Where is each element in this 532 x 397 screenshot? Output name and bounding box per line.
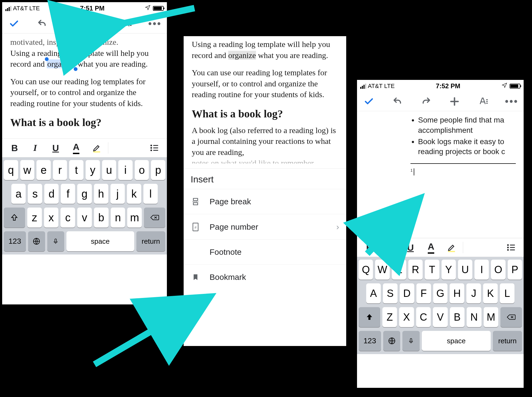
done-check-button[interactable] <box>7 17 21 31</box>
insert-bookmark[interactable]: Bookmark <box>184 264 346 290</box>
backspace-key[interactable] <box>500 307 522 327</box>
underline-button[interactable]: U <box>400 240 421 255</box>
key-n[interactable]: N <box>467 307 482 327</box>
key-h[interactable]: h <box>94 184 108 204</box>
key-a[interactable]: A <box>366 283 381 303</box>
key-q[interactable]: Q <box>359 260 373 280</box>
key-j[interactable]: J <box>466 283 481 303</box>
selected-text[interactable]: organize <box>47 59 76 68</box>
key-h[interactable]: H <box>450 283 464 303</box>
globe-key[interactable] <box>28 231 45 251</box>
key-w[interactable]: w <box>20 160 35 180</box>
key-v[interactable]: v <box>77 208 92 228</box>
redo-button[interactable] <box>419 94 433 108</box>
key-b[interactable]: B <box>450 307 465 327</box>
heading[interactable]: What is a book log? <box>192 107 338 121</box>
text-color-button[interactable]: A <box>421 240 441 255</box>
key-k[interactable]: K <box>483 283 498 303</box>
selection-handle-right[interactable] <box>74 67 78 71</box>
mic-key[interactable] <box>402 331 420 351</box>
paragraph-2[interactable]: You can use our reading log templates fo… <box>192 67 338 100</box>
bold-button[interactable]: B <box>4 141 25 155</box>
key-o[interactable]: O <box>491 260 505 280</box>
key-s[interactable]: S <box>383 283 398 303</box>
list-item[interactable]: Book logs make it easy to reading projec… <box>418 137 519 157</box>
document-body[interactable]: motivated, inspired and organize. Using … <box>2 33 167 138</box>
text-format-button[interactable] <box>120 17 134 31</box>
heading[interactable]: What is a book log? <box>10 115 159 130</box>
key-c[interactable]: C <box>416 307 431 327</box>
key-v[interactable]: V <box>433 307 448 327</box>
mic-key[interactable] <box>47 231 64 251</box>
key-d[interactable]: D <box>400 283 414 303</box>
key-s[interactable]: s <box>28 184 42 204</box>
key-b[interactable]: b <box>94 208 109 228</box>
shift-key[interactable] <box>359 307 380 327</box>
key-e[interactable]: E <box>392 260 406 280</box>
return-key[interactable]: return <box>493 331 522 351</box>
bulleted-list-button[interactable] <box>501 240 521 255</box>
key-k[interactable]: k <box>127 184 141 204</box>
space-key[interactable]: space <box>66 231 134 251</box>
bullet-list[interactable]: Some people find that ma accomplishment … <box>362 115 519 157</box>
key-l[interactable]: L <box>500 283 514 303</box>
text-color-button[interactable]: A <box>66 141 86 155</box>
key-r[interactable]: r <box>53 160 67 180</box>
key-l[interactable]: l <box>143 184 158 204</box>
key-x[interactable]: X <box>399 307 414 327</box>
paragraph-2[interactable]: You can use our reading log templates fo… <box>10 76 159 109</box>
backspace-key[interactable] <box>144 208 165 228</box>
key-m[interactable]: M <box>484 307 499 327</box>
key-f[interactable]: F <box>416 283 431 303</box>
highlight-color-button[interactable] <box>86 141 107 155</box>
document-body[interactable]: Using a reading log template will help y… <box>184 36 346 168</box>
paragraph-1[interactable]: Using a reading log template will help y… <box>192 39 338 61</box>
key-p[interactable]: P <box>508 260 522 280</box>
undo-button[interactable] <box>390 94 405 108</box>
space-key[interactable]: space <box>422 331 491 351</box>
globe-key[interactable] <box>383 331 400 351</box>
insert-plus-button[interactable] <box>447 94 462 108</box>
done-check-button[interactable] <box>362 94 376 108</box>
bold-button[interactable]: B <box>359 240 380 255</box>
key-q[interactable]: q <box>4 160 18 180</box>
return-key[interactable]: return <box>136 231 165 251</box>
key-z[interactable]: z <box>27 208 42 228</box>
key-m[interactable]: m <box>127 208 142 228</box>
key-f[interactable]: f <box>61 184 75 204</box>
key-j[interactable]: j <box>110 184 125 204</box>
text-format-button[interactable] <box>476 94 490 108</box>
more-menu-button[interactable]: ••• <box>505 94 519 108</box>
paragraph-3[interactable]: A book log (also referred to a reading l… <box>192 125 338 158</box>
key-d[interactable]: d <box>44 184 59 204</box>
key-g[interactable]: G <box>433 283 448 303</box>
key-a[interactable]: a <box>11 184 26 204</box>
shift-key[interactable] <box>4 208 25 228</box>
key-w[interactable]: W <box>375 260 389 280</box>
italic-button[interactable]: I <box>380 240 400 255</box>
key-c[interactable]: c <box>60 208 75 228</box>
italic-button[interactable]: I <box>25 141 45 155</box>
insert-footnote[interactable]: · Footnote <box>184 239 346 264</box>
key-o[interactable]: o <box>135 160 149 180</box>
underline-button[interactable]: U <box>45 141 66 155</box>
paragraph-1[interactable]: Using a reading log template will help y… <box>10 48 159 70</box>
footnote-entry[interactable]: 1 <box>410 168 519 175</box>
key-y[interactable]: Y <box>442 260 456 280</box>
document-body[interactable]: Some people find that ma accomplishment … <box>357 111 524 238</box>
key-u[interactable]: u <box>102 160 116 180</box>
undo-button[interactable] <box>35 17 49 31</box>
key-r[interactable]: R <box>408 260 423 280</box>
key-t[interactable]: t <box>69 160 83 180</box>
key-p[interactable]: p <box>151 160 165 180</box>
key-n[interactable]: n <box>111 208 125 228</box>
insert-plus-button[interactable] <box>92 17 106 31</box>
key-z[interactable]: Z <box>382 307 397 327</box>
key-u[interactable]: U <box>458 260 472 280</box>
insert-page-break[interactable]: Page break <box>184 189 346 214</box>
selection-handle-left[interactable] <box>45 57 49 61</box>
key-t[interactable]: T <box>425 260 439 280</box>
key-x[interactable]: x <box>44 208 59 228</box>
insert-page-number[interactable]: # Page number › <box>184 214 346 239</box>
numeric-key[interactable]: 123 <box>359 331 381 351</box>
